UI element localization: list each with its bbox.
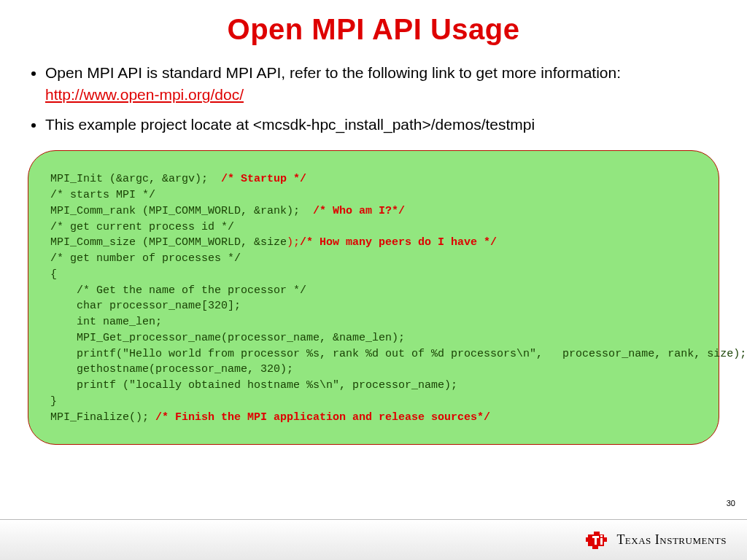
code-line: /* starts MPI */ [50,189,155,201]
code-line: MPI_Comm_rank (MPI_COMM_WORLD, &rank); [50,205,313,217]
ti-logo: Texas Instruments [586,530,727,551]
slide: Open MPI API Usage Open MPI API is stand… [0,0,747,560]
svg-rect-1 [592,536,599,538]
code-line: /* get number of processes */ [50,252,241,265]
code-block: MPI_Init (&argc, &argv); /* Startup */ /… [28,150,719,445]
svg-rect-2 [600,538,603,545]
code-line: gethostname(processor_name, 320); [50,363,293,376]
code-line: ); [287,236,300,249]
code-comment: /* How many peers do I have */ [300,236,497,249]
code-line: printf ("locally obtained hostname %s\n"… [50,379,457,392]
ti-brand-text: Texas Instruments [616,532,727,548]
doc-link[interactable]: http://www.open-mpi.org/doc/ [45,86,244,103]
code-line: MPI_Init (&argc, &argv); [50,173,221,185]
footer-bar: Texas Instruments [0,519,747,560]
code-comment: /* Startup */ [221,173,306,185]
ti-chip-icon [586,530,611,551]
code-line: /* Get the name of the processor */ [50,284,306,297]
bullet-1: Open MPI API is standard MPI API, refer … [45,62,719,106]
code-comment: /* Who am I?*/ [313,205,405,217]
bullet-list: Open MPI API is standard MPI API, refer … [28,62,719,136]
code-line: { [50,268,57,281]
slide-title: Open MPI API Usage [28,13,719,46]
code-line: } [50,395,57,408]
code-line: char processor_name[320]; [50,300,241,312]
bullet-1-text: Open MPI API is standard MPI API, refer … [45,64,621,81]
page-number: 30 [727,499,735,508]
code-line: int name_len; [50,316,162,328]
code-line: MPI_Get_processor_name(processor_name, &… [50,332,405,344]
svg-rect-3 [600,535,603,537]
code-line: MPI_Comm_size (MPI_COMM_WORLD, &size [50,236,287,249]
bullet-2: This example project locate at <mcsdk-hp… [45,114,719,136]
code-comment: /* Finish the MPI application and releas… [155,411,490,424]
code-line: /* get current process id */ [50,221,234,233]
code-line: printf("Hello world from processor %s, r… [50,348,746,360]
code-line: MPI_Finalize(); [50,411,155,424]
